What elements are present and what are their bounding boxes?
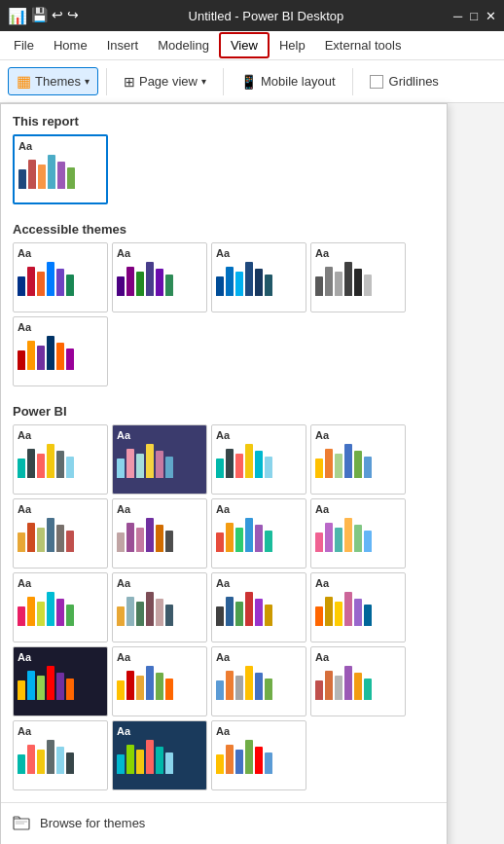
theme-card-p14[interactable]: Aa	[112, 646, 207, 716]
close-btn[interactable]: ✕	[486, 9, 496, 23]
theme-card-p1[interactable]: Aa	[13, 424, 108, 495]
theme-card-p18[interactable]: Aa	[112, 720, 207, 790]
themes-button[interactable]: ▦ Themes ▾	[8, 67, 98, 95]
window-title: Untitled - Power BI Desktop	[87, 9, 446, 23]
themes-icon: ▦	[17, 72, 31, 91]
theme-card-p9[interactable]: Aa	[13, 572, 108, 642]
gridlines-button[interactable]: Gridlines	[361, 69, 448, 93]
accessible-theme-grid: Aa Aa Aa	[1, 242, 447, 394]
theme-card-p4[interactable]: Aa	[310, 424, 406, 495]
title-bar: 📊 💾 ↩ ↪ Untitled - Power BI Desktop ─ □ …	[0, 0, 504, 31]
this-report-title: This report	[1, 104, 447, 134]
theme-card-a2[interactable]: Aa	[112, 242, 207, 312]
menu-external-tools[interactable]: External tools	[315, 34, 412, 56]
theme-card-p5[interactable]: Aa	[13, 498, 108, 569]
powerbi-theme-grid: Aa Aa Aa	[1, 424, 447, 798]
ribbon-sep-1	[106, 68, 107, 95]
theme-card-p2[interactable]: Aa	[112, 424, 207, 495]
browse-themes-item[interactable]: Browse for themes	[1, 807, 447, 838]
gridlines-checkbox[interactable]	[370, 75, 383, 89]
this-report-theme-grid: Aa	[1, 134, 447, 212]
page-view-icon: ⊞	[124, 74, 135, 90]
menu-divider	[1, 802, 447, 803]
mobile-layout-label: Mobile layout	[261, 74, 336, 89]
theme-card-p11[interactable]: Aa	[211, 572, 306, 642]
ribbon-sep-2	[223, 68, 224, 95]
theme-card-p19[interactable]: Aa	[211, 720, 306, 790]
themes-label: Themes	[35, 74, 81, 89]
themes-chevron: ▾	[85, 76, 90, 87]
page-view-button[interactable]: ⊞ Page view ▾	[115, 69, 215, 94]
theme-card-p10[interactable]: Aa	[112, 572, 207, 642]
menu-modeling[interactable]: Modeling	[148, 34, 219, 56]
powerbi-themes-title: Power BI	[1, 394, 447, 424]
menu-view[interactable]: View	[219, 32, 270, 58]
theme-card-p13[interactable]: Aa	[13, 646, 108, 716]
title-bar-icons: 📊 💾 ↩ ↪	[8, 7, 79, 25]
undo-icon[interactable]: ↩	[52, 7, 63, 25]
ribbon-sep-3	[352, 68, 353, 95]
menu-help[interactable]: Help	[270, 34, 315, 56]
mobile-layout-icon: 📱	[240, 74, 257, 90]
menu-bar: File Home Insert Modeling View Help Exte…	[0, 31, 504, 60]
browse-themes-label: Browse for themes	[40, 816, 145, 830]
themes-dropdown: This report Aa Accessible themes Aa	[0, 103, 448, 844]
window-controls: ─ □ ✕	[453, 9, 496, 23]
app-icon: 📊	[8, 7, 27, 25]
svg-rect-0	[14, 819, 29, 829]
theme-card-p6[interactable]: Aa	[112, 498, 207, 569]
minimize-btn[interactable]: ─	[453, 9, 462, 23]
theme-card-p8[interactable]: Aa	[310, 498, 406, 569]
gridlines-label: Gridlines	[389, 74, 439, 89]
theme-gallery-item[interactable]: Theme gallery	[1, 838, 447, 844]
folder-icon	[13, 814, 30, 831]
theme-card-p3[interactable]: Aa	[211, 424, 306, 495]
menu-insert[interactable]: Insert	[97, 34, 149, 56]
theme-card-a5[interactable]: Aa	[13, 316, 108, 386]
menu-file[interactable]: File	[4, 34, 44, 56]
theme-card-a1[interactable]: Aa	[13, 242, 108, 312]
mobile-layout-button[interactable]: 📱 Mobile layout	[232, 69, 344, 94]
accessible-themes-title: Accessible themes	[1, 212, 447, 242]
page-view-chevron: ▾	[201, 76, 206, 87]
page-view-label: Page view	[139, 74, 198, 89]
theme-card-p7[interactable]: Aa	[211, 498, 306, 569]
theme-card-a3[interactable]: Aa	[211, 242, 306, 312]
theme-card-p17[interactable]: Aa	[13, 720, 108, 790]
redo-icon[interactable]: ↪	[67, 7, 79, 25]
theme-card-p15[interactable]: Aa	[211, 646, 306, 716]
theme-aa-label: Aa	[18, 140, 102, 152]
ribbon: ▦ Themes ▾ ⊞ Page view ▾ 📱 Mobile layout…	[0, 60, 504, 103]
theme-card-tr1[interactable]: Aa	[13, 134, 108, 204]
theme-card-p12[interactable]: Aa	[310, 572, 406, 642]
theme-bars	[18, 154, 102, 189]
menu-home[interactable]: Home	[44, 34, 97, 56]
save-icon[interactable]: 💾	[31, 7, 48, 25]
theme-card-p16[interactable]: Aa	[310, 646, 406, 716]
theme-card-a4[interactable]: Aa	[310, 242, 406, 312]
maximize-btn[interactable]: □	[470, 9, 478, 23]
